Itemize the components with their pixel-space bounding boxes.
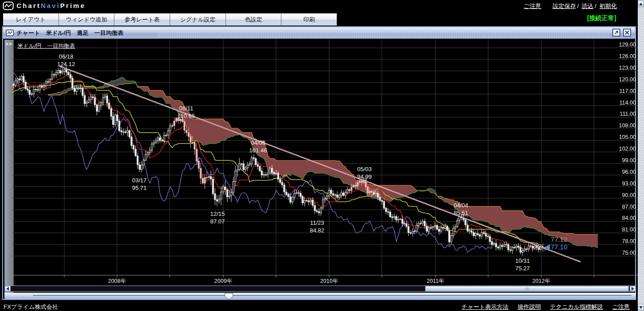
chart-window-title: チャート 米ドル/円 週足 一目均衡表 — [17, 29, 123, 37]
rate-table-button[interactable]: 参考レート表 — [114, 13, 170, 25]
maximize-icon — [614, 30, 619, 35]
settings-load-link[interactable]: 読込 — [582, 3, 594, 9]
add-window-button[interactable]: ウィンドウ追加 — [59, 13, 115, 25]
close-icon — [625, 30, 629, 35]
panel-collapse-label: >> — [4, 40, 13, 46]
maximize-button[interactable] — [612, 29, 620, 37]
up-arrow-icon — [639, 3, 643, 5]
left-arrow-icon — [6, 287, 9, 290]
logo-chart: Chart — [17, 2, 41, 9]
toolbar-strip: レイアウト ウィンドウ追加 参考レート表 シグナル設定 色設定 印刷 [接続正常… — [0, 13, 638, 26]
titlebar-pattern — [157, 29, 609, 37]
signal-settings-button[interactable]: シグナル設定 — [170, 13, 226, 25]
chart-window-titlebar[interactable]: チャート 米ドル/円 週足 一目均衡表 — [3, 27, 635, 39]
scroll-right-button[interactable] — [630, 286, 636, 291]
instrument-label: 米ドル/円 一目均衡表 — [17, 42, 75, 50]
time-zoom-slider-thumb[interactable] — [225, 293, 233, 300]
operation-help-link[interactable]: 操作説明 — [518, 303, 541, 310]
print-button[interactable]: 印刷 — [281, 13, 337, 25]
settings-save-link[interactable]: 設定保存 — [553, 3, 576, 9]
scrollbar-grip-icon — [525, 287, 529, 290]
close-button[interactable] — [623, 29, 631, 37]
app-logo-text: ChartNaviPrime — [17, 2, 86, 9]
logo-navi: Navi — [41, 2, 60, 9]
right-arrow-icon — [631, 287, 634, 290]
scroll-up-button[interactable] — [638, 0, 644, 7]
connection-status-badge: [接続正常] — [587, 14, 616, 22]
chart-help-link[interactable]: チャート表示方法 — [461, 303, 508, 310]
notice-link[interactable]: ご注意 — [524, 3, 541, 9]
down-arrow-icon — [639, 306, 643, 309]
company-name: FXプライム株式会社 — [4, 303, 58, 311]
layout-button[interactable]: レイアウト — [3, 13, 59, 25]
logo-prime: Prime — [60, 2, 86, 9]
slider-groove — [33, 295, 631, 297]
chart-window: チャート 米ドル/円 週足 一目均衡表 >> 米ドル/円 一目均衡表 — [2, 26, 636, 300]
settings-init-link[interactable]: 初期化 — [599, 3, 617, 9]
footer-links: チャート表示方法 操作説明 テクニカル指標解説 ご注意 — [454, 303, 630, 311]
chart-window-icon — [6, 29, 14, 36]
technical-guide-link[interactable]: テクニカル指標解説 — [550, 303, 603, 310]
page-vertical-scrollbar[interactable] — [638, 0, 644, 311]
notice-footer-link[interactable]: ご注意 — [612, 303, 630, 310]
color-settings-button[interactable]: 色設定 — [226, 13, 282, 25]
horizontal-scrollbar-thumb[interactable] — [425, 286, 629, 291]
horizontal-scrollbar[interactable] — [4, 286, 636, 292]
scroll-down-button[interactable] — [638, 304, 644, 311]
app-logo-icon — [3, 1, 14, 10]
page-footer: FXプライム株式会社 チャート表示方法 操作説明 テクニカル指標解説 ご注意 — [0, 302, 638, 311]
toolbar: レイアウト ウィンドウ追加 参考レート表 シグナル設定 色設定 印刷 — [3, 13, 337, 26]
panel-collapse-strip[interactable]: >> — [4, 40, 14, 297]
scroll-left-button[interactable] — [4, 286, 11, 291]
time-zoom-slider[interactable] — [4, 293, 636, 300]
header-links: ご注意 設定保存/ 読込/ 初期化 — [524, 2, 617, 10]
app-header: ChartNaviPrime ご注意 設定保存/ 読込/ 初期化 — [0, 0, 638, 12]
